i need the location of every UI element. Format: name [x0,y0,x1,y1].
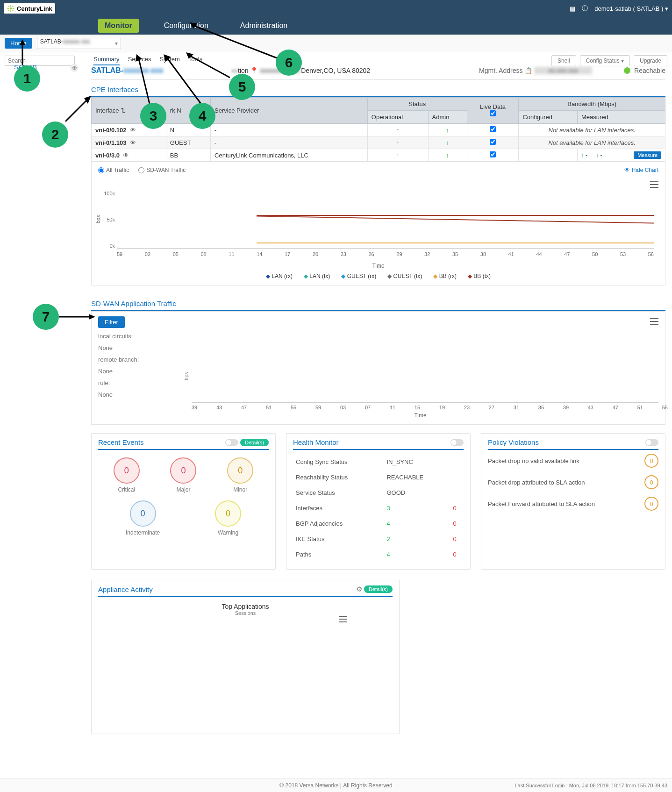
toggle[interactable] [225,439,238,446]
eye-icon: 👁 [624,167,630,173]
health-monitor-card: Health Monitor Config Sync StatusIN_SYNC… [286,433,471,570]
user-menu[interactable]: demo1-satlab ( SATLAB ) [594,5,668,12]
sort-icon[interactable]: ⇅ [121,107,126,114]
chart-menu-icon[interactable] [650,318,658,325]
radio-sdwan-traffic[interactable]: SD-WAN Traffic [138,167,186,173]
svg-line-8 [12,6,13,7]
footer: © 2018 Versa Networks | All Rights Reser… [0,778,672,792]
topbar-right: ▤ ⓘ demo1-satlab ( SATLAB ) [570,4,668,13]
eye-icon[interactable]: 👁 [123,152,129,159]
policy-violations-card: Policy Violations Packet drop no valid a… [481,433,665,570]
device-location: xxtion 📍 xxxxxxxxxxxx Denver,CO, USA 802… [231,67,479,74]
svg-line-11 [65,98,89,121]
col-measured[interactable]: Measured [577,111,665,124]
col-configured[interactable]: Configured [519,111,578,124]
radio-all-traffic[interactable]: All Traffic [98,167,129,173]
last-login: Last Successful Login : Mon, Jul 08 2019… [515,783,667,788]
annotation-3: 3 [140,103,166,129]
svg-line-5 [8,6,9,7]
sub-bar: Home SATLAB-xxxxxx xxx [0,35,672,52]
toggle[interactable] [645,439,658,446]
chart-menu-icon[interactable] [339,616,347,622]
col-admin[interactable]: Admin [428,111,467,124]
details-button[interactable]: Detail(s) [240,439,269,446]
details-button[interactable]: Detail(s) [364,585,393,593]
svg-line-13 [138,57,150,104]
svg-line-19 [193,25,277,58]
traffic-chart: bps 100k50k0k 59020508111417202326293235… [98,188,658,263]
col-bandwidth: Bandwidth (Mbps) [519,98,665,111]
svg-marker-20 [190,22,197,29]
status-dot-icon [624,67,630,74]
svg-marker-22 [89,314,95,320]
table-row[interactable]: vni-0/3.0 👁 BB CenturyLink Communication… [92,149,665,162]
eye-icon[interactable]: 👁 [130,139,136,146]
traffic-chart-panel: All Traffic SD-WAN Traffic 👁 Hide Chart … [91,162,665,285]
toggle[interactable] [450,439,464,446]
col-status: Status [367,98,467,111]
add-icon[interactable]: ⊕ [70,64,79,72]
copy-icon[interactable]: 📋 [524,67,532,74]
table-row[interactable]: vni-0/1.103 👁 GUEST - ↑ ↑ Not available … [92,136,665,149]
svg-line-7 [8,10,9,11]
annotation-6: 6 [276,50,302,76]
hide-chart-link[interactable]: 👁 Hide Chart [624,167,658,173]
table-row[interactable]: vni-0/0.102 👁 N - ↑ ↑ Not available for … [92,124,665,136]
reachability: Reachable [624,67,665,74]
measure-button[interactable]: Measure [634,151,661,159]
annotation-5: 5 [229,74,255,100]
annotation-2: 2 [42,121,68,148]
annotation-4: 4 [189,103,215,129]
col-livedata[interactable]: Live Data [467,98,519,124]
info-icon[interactable]: ⓘ [582,4,588,13]
top-bar: CenturyLink ▤ ⓘ demo1-satlab ( SATLAB ) [0,0,672,17]
main-content: SATLAB-xxxxxx-xxx xxtion 📍 xxxxxxxxxxxx … [91,62,665,734]
cpe-table: Interface ⇅ rk N Service Provider Status… [91,97,665,162]
brand-logo: CenturyLink [4,3,55,14]
events-indeterminate[interactable]: 0 [130,500,156,527]
svg-point-0 [10,7,12,10]
col-operational[interactable]: Operational [367,111,428,124]
doc-icon[interactable]: ▤ [570,5,575,12]
events-critical[interactable]: 0 [114,457,140,484]
chart-legend: LAN (rx) LAN (tx) GUEST (rx) GUEST (tx) … [98,273,658,279]
sdwan-traffic-title: SD-WAN Application Traffic [91,294,665,311]
events-minor[interactable]: 0 [227,457,253,484]
brand-text: CenturyLink [17,5,52,12]
nav-monitor[interactable]: Monitor [98,19,139,33]
main-nav: Monitor Configuration Administration [0,17,672,35]
location-pin-icon: 📍 [250,67,258,74]
eye-icon[interactable]: 👁 [130,127,136,134]
annotation-7: 7 [33,304,59,330]
annotation-1: 1 [14,65,40,92]
filter-button[interactable]: Filter [98,316,125,328]
bottom-grid: Recent EventsDetail(s) 0Critical 0Major … [91,433,665,570]
mgmt-address: Mgmt. Address 📋 xx.xxx.xxx [479,67,624,74]
gear-icon[interactable]: ⚙ [356,585,362,593]
chart-menu-icon[interactable] [650,181,658,188]
svg-marker-10 [20,39,25,45]
rule-label: rule: [98,379,182,386]
events-major[interactable]: 0 [170,457,196,484]
svg-line-6 [12,10,13,11]
remote-branch-label: remote branch: [98,356,182,363]
device-select[interactable]: SATLAB-xxxxxx xxx [37,38,121,49]
appliance-activity-card: Appliance Activity⚙Detail(s) Top Applica… [91,580,400,734]
recent-events-card: Recent EventsDetail(s) 0Critical 0Major … [91,433,276,570]
events-warning[interactable]: 0 [215,500,241,527]
col-sp[interactable]: Service Provider [211,98,368,124]
svg-marker-16 [164,54,171,62]
local-circuits-label: local circuits: [98,333,182,340]
top-applications-title: Top Applications [98,603,393,610]
sdwan-panel: Filter local circuits: None remote branc… [91,311,665,425]
